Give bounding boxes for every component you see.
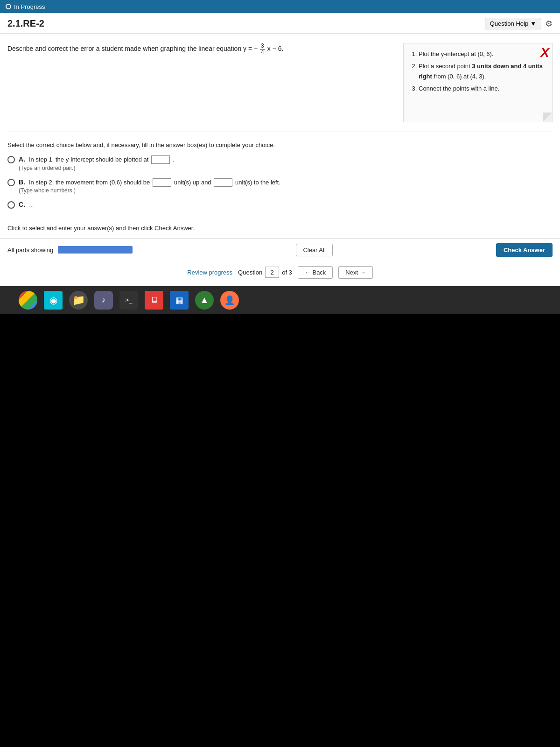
taskbar-browser-icon: ◉ xyxy=(49,295,57,306)
choice-a-label: A. xyxy=(19,155,25,163)
choice-b-item[interactable]: B. In step 2, the movement from (0,6) sh… xyxy=(7,178,553,194)
select-instruction: Select the correct choice below and, if … xyxy=(7,141,553,148)
choice-b-mid1: unit(s) up and xyxy=(174,179,213,186)
radio-c[interactable] xyxy=(7,201,15,209)
step-2-bold: 3 units down and 4 units right xyxy=(419,63,543,80)
choice-b-text: In step 2, the movement from (0,6) shoul… xyxy=(29,179,150,186)
choice-b-subtext: (Type whole numbers.) xyxy=(19,187,280,194)
page-title: 2.1.RE-2 xyxy=(7,18,44,29)
radio-b[interactable] xyxy=(7,179,15,186)
progress-bar xyxy=(58,246,133,254)
taskbar: ◉ 📁 ♪ >_ 🖥 ▦ ▲ 👤 xyxy=(0,286,560,314)
question-help-button[interactable]: Question Help ▼ xyxy=(485,18,541,29)
question-area: Describe and correct the error a student… xyxy=(0,34,560,127)
music-icon-glyph: ♪ xyxy=(102,295,106,305)
green-icon-glyph: ▲ xyxy=(200,295,209,305)
choice-a-item[interactable]: A. In step 1, the y-intercept should be … xyxy=(7,155,553,171)
click-instruction: Click to select and enter your answer(s)… xyxy=(0,221,560,235)
steps-panel: X Plot the y-intercept at (0, 6). Plot a… xyxy=(403,43,553,122)
step-3: Connect the points with a line. xyxy=(419,84,546,94)
black-area xyxy=(0,314,560,747)
choice-c-label: C. xyxy=(19,201,25,208)
clear-all-button[interactable]: Clear All xyxy=(296,244,332,256)
choice-c-item[interactable]: C. ... xyxy=(7,200,553,210)
header-actions: Question Help ▼ ⚙ xyxy=(485,18,553,29)
question-help-label: Question Help xyxy=(490,20,528,27)
question-instruction: Describe and correct the error a student… xyxy=(7,45,258,52)
taskbar-files-icon[interactable]: 📁 xyxy=(69,291,88,310)
of-label: of 3 xyxy=(282,269,292,276)
choice-b-mid2: unit(s) to the left. xyxy=(235,179,280,186)
fraction: 3 4 xyxy=(260,43,265,56)
check-answer-button[interactable]: Check Answer xyxy=(496,243,553,257)
taskbar-chrome-icon[interactable] xyxy=(19,291,37,310)
choice-a-content: A. In step 1, the y-intercept should be … xyxy=(19,155,175,171)
taskbar-red-icon[interactable]: 🖥 xyxy=(145,291,163,310)
red-icon-glyph: 🖥 xyxy=(150,295,158,305)
fraction-denominator: 4 xyxy=(260,49,265,56)
answer-choices: Select the correct choice below and, if … xyxy=(0,137,560,221)
question-num-box[interactable]: 2 xyxy=(265,267,279,278)
taskbar-cyan-icon[interactable]: ◉ xyxy=(44,291,63,310)
dropdown-arrow-icon: ▼ xyxy=(530,20,536,27)
person-icon-glyph: 👤 xyxy=(224,295,235,305)
next-button[interactable]: Next → xyxy=(338,266,372,279)
choice-b-input-2[interactable] xyxy=(214,178,232,187)
radio-a[interactable] xyxy=(7,156,15,163)
choice-a-text: In step 1, the y-intercept should be plo… xyxy=(29,156,149,163)
status-label: In Progress xyxy=(14,3,45,10)
choice-c-text: ... xyxy=(29,201,34,208)
question-nav: Question 2 of 3 xyxy=(238,267,292,278)
gear-icon[interactable]: ⚙ xyxy=(545,19,553,29)
choice-a-input[interactable] xyxy=(151,155,170,164)
x-mark-icon: X xyxy=(540,46,549,59)
taskbar-person-icon[interactable]: 👤 xyxy=(220,291,239,310)
fraction-numerator: 3 xyxy=(260,43,265,49)
question-text: Describe and correct the error a student… xyxy=(7,43,394,122)
status-circle-icon xyxy=(6,4,11,9)
choice-b-input-1[interactable] xyxy=(153,178,171,187)
step-1: Plot the y-intercept at (0, 6). xyxy=(419,49,546,59)
header-row: 2.1.RE-2 Question Help ▼ ⚙ xyxy=(0,13,560,34)
step-2: Plot a second point 3 units down and 4 u… xyxy=(419,61,546,82)
question-num: 2 xyxy=(271,269,274,276)
terminal-icon-glyph: >_ xyxy=(126,296,133,303)
question-label: Question xyxy=(238,269,262,276)
files-icon-glyph: 📁 xyxy=(72,294,85,306)
taskbar-blue-icon[interactable]: ▦ xyxy=(170,291,189,310)
taskbar-music-icon[interactable]: ♪ xyxy=(94,291,113,310)
divider xyxy=(7,132,553,132)
taskbar-green-icon[interactable]: ▲ xyxy=(195,291,214,310)
main-content: 2.1.RE-2 Question Help ▼ ⚙ Describe and … xyxy=(0,13,560,286)
top-bar: In Progress xyxy=(0,0,560,13)
nav-row: Review progress Question 2 of 3 ← Back N… xyxy=(0,261,560,286)
all-parts-row: All parts showing xyxy=(7,246,133,254)
choice-b-label: B. xyxy=(19,178,25,186)
all-parts-label: All parts showing xyxy=(7,247,53,254)
choice-a-subtext: (Type an ordered pair.) xyxy=(19,165,175,171)
steps-list: Plot the y-intercept at (0, 6). Plot a s… xyxy=(410,49,546,94)
footer-controls: All parts showing Clear All Check Answer xyxy=(0,238,560,261)
choice-c-content: C. ... xyxy=(19,200,34,210)
equation-suffix: x − 6. xyxy=(267,45,284,52)
back-button[interactable]: ← Back xyxy=(298,266,333,279)
taskbar-terminal-icon[interactable]: >_ xyxy=(119,291,138,310)
review-progress-link[interactable]: Review progress xyxy=(187,269,232,276)
status-indicator: In Progress xyxy=(6,3,45,10)
blue-icon-glyph: ▦ xyxy=(175,295,183,305)
choice-b-content: B. In step 2, the movement from (0,6) sh… xyxy=(19,178,280,194)
